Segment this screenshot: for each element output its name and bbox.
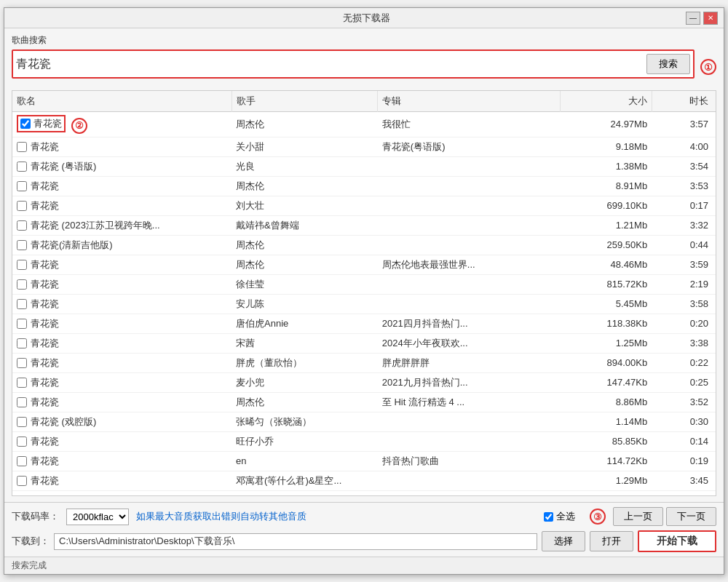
select-all-label[interactable]: 全选 <box>556 510 575 523</box>
prev-next-area: 上一页 下一页 <box>613 507 716 526</box>
minimize-button[interactable]: — <box>686 12 700 25</box>
table-row: 青花瓷龚珂春暗红26.41Mb4:05 <box>12 490 716 496</box>
row-checkbox[interactable] <box>17 162 27 172</box>
table-row: 青花瓷周杰伦8.91Mb3:53 <box>12 176 716 196</box>
download-path-input[interactable] <box>54 533 537 550</box>
song-name: 青花瓷 (2023江苏卫视跨年晚... <box>31 219 160 232</box>
row-checkbox[interactable] <box>17 220 27 231</box>
row-album: 2024年小年夜联欢... <box>378 333 561 353</box>
table-row: 青花瓷周杰伦周杰伦地表最强世界...48.46Mb3:59 <box>12 255 716 274</box>
row-checkbox[interactable] <box>17 240 27 250</box>
header-name: 歌名 <box>12 91 232 112</box>
row-artist: 胖虎（董欣怡） <box>232 353 378 372</box>
row-checkbox[interactable] <box>17 436 27 447</box>
row-name: 青花瓷 <box>12 451 232 471</box>
row-artist: 安儿陈 <box>232 294 378 314</box>
row-duration: 3:54 <box>652 156 716 176</box>
start-download-button[interactable]: 开始下载 <box>638 530 716 552</box>
song-name: 青花瓷 <box>31 396 59 409</box>
row-checkbox[interactable] <box>17 181 27 191</box>
table-row: 青花瓷 (2023江苏卫视跨年晚...戴靖祎&曾舞端1.21Mb3:32 <box>12 215 716 235</box>
next-button[interactable]: 下一页 <box>666 507 716 526</box>
row-duration: 4:05 <box>652 490 716 496</box>
song-name: 青花瓷 <box>31 199 59 212</box>
header-artist: 歌手 <box>232 91 378 112</box>
table-row: 青花瓷旺仔小乔85.85Kb0:14 <box>12 431 716 451</box>
table-row: 青花瓷邓寓君(等什么君)&星空...1.29Mb3:45 <box>12 471 716 490</box>
search-input[interactable] <box>16 57 642 71</box>
row-duration: 0:25 <box>652 372 716 392</box>
table-row: 青花瓷(清新吉他版)周杰伦259.50Kb0:44 <box>12 235 716 255</box>
prev-button[interactable]: 上一页 <box>613 507 663 526</box>
row-checkbox[interactable] <box>17 378 27 388</box>
song-name: 青花瓷 <box>31 258 59 271</box>
search-box: 搜索 <box>12 49 695 79</box>
row-artist: 邓寓君(等什么君)&星空... <box>232 471 378 490</box>
search-section-label: 歌曲搜索 <box>12 34 716 47</box>
row-size: 1.38Mb <box>561 156 652 176</box>
row-checkbox[interactable] <box>17 495 27 497</box>
song-name: 青花瓷 <box>31 494 59 497</box>
row-checkbox[interactable] <box>17 417 27 427</box>
row-name: 青花瓷 <box>12 255 232 274</box>
row-artist: 周杰伦 <box>232 176 378 196</box>
row-album <box>378 176 561 196</box>
row-duration: 3:57 <box>652 112 716 137</box>
row-artist: 旺仔小乔 <box>232 431 378 451</box>
row-size: 1.21Mb <box>561 215 652 235</box>
row-name: 青花瓷 <box>12 314 232 333</box>
row-checkbox[interactable] <box>17 319 27 329</box>
table-row: 青花瓷 (粤语版)光良1.38Mb3:54 <box>12 156 716 176</box>
row-checkbox[interactable] <box>17 476 27 486</box>
row-checkbox[interactable] <box>17 456 27 466</box>
row-checkbox[interactable] <box>20 119 31 129</box>
song-name: 青花瓷 <box>31 376 59 389</box>
row-name: 青花瓷 <box>12 431 232 451</box>
row-size: 114.72Kb <box>561 451 652 471</box>
song-name: 青花瓷 <box>33 117 62 130</box>
song-name: 青花瓷 <box>31 298 59 311</box>
row-album: 周杰伦地表最强世界... <box>378 255 561 274</box>
row-album <box>378 412 561 431</box>
table-row: 青花瓷宋茜2024年小年夜联欢...1.25Mb3:38 <box>12 333 716 353</box>
row-album: 春暗红 <box>378 490 561 496</box>
row-duration: 0:19 <box>652 451 716 471</box>
row-checkbox[interactable] <box>17 279 27 290</box>
row-artist: en <box>232 451 378 471</box>
row-name: 青花瓷 <box>12 490 232 496</box>
bottom-row1: 下载码率： 2000kflac flac 320kmp3 128kmp3 如果最… <box>12 507 716 526</box>
row-album: 胖虎胖胖胖 <box>378 353 561 372</box>
rate-select[interactable]: 2000kflac flac 320kmp3 128kmp3 <box>66 509 129 525</box>
song-name: 青花瓷 <box>31 455 59 468</box>
row-checkbox[interactable] <box>17 260 27 270</box>
choose-button[interactable]: 选择 <box>542 531 585 551</box>
row-checkbox[interactable] <box>17 358 27 368</box>
row-checkbox[interactable] <box>17 338 27 348</box>
row-size: 26.41Mb <box>561 490 652 496</box>
row-artist: 张晞匀（张晓涵） <box>232 412 378 431</box>
row-artist: 周杰伦 <box>232 112 378 137</box>
song-name: 青花瓷 <box>31 474 59 487</box>
row-checkbox[interactable] <box>17 299 27 309</box>
row-name: 青花瓷 <box>12 392 232 412</box>
row-duration: 0:44 <box>652 235 716 255</box>
row-duration: 0:22 <box>652 353 716 372</box>
row-checkbox[interactable] <box>17 201 27 211</box>
song-name: 青花瓷 <box>31 278 59 291</box>
open-button[interactable]: 打开 <box>590 531 633 551</box>
select-all-checkbox[interactable] <box>544 512 553 522</box>
row-duration: 3:32 <box>652 215 716 235</box>
table-row: 青花瓷安儿陈5.45Mb3:58 <box>12 294 716 314</box>
row-duration: 0:14 <box>652 431 716 451</box>
row-size: 48.46Mb <box>561 255 652 274</box>
row-size: 147.47Kb <box>561 372 652 392</box>
close-button[interactable]: ✕ <box>703 12 718 25</box>
row-artist: 刘大壮 <box>232 196 378 215</box>
row-checkbox[interactable] <box>17 142 27 152</box>
table-row: 青花瓷麦小兜2021九月抖音热门...147.47Kb0:25 <box>12 372 716 392</box>
main-content: 歌曲搜索 搜索 ① 歌名 歌手 专辑 大小 时长 <box>4 28 724 502</box>
table-row: 青花瓷刘大壮699.10Kb0:17 <box>12 196 716 215</box>
row-checkbox[interactable] <box>17 397 27 407</box>
row-artist: 戴靖祎&曾舞端 <box>232 215 378 235</box>
search-button[interactable]: 搜索 <box>646 54 690 74</box>
